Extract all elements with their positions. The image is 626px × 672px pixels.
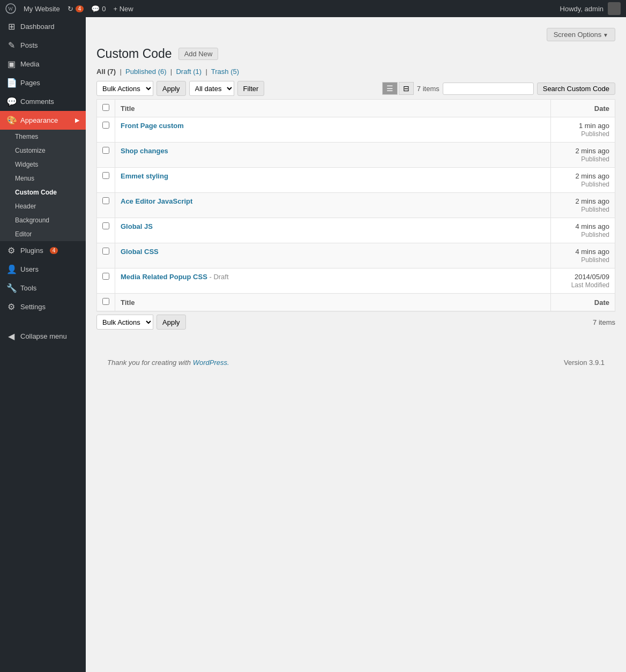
sidebar-item-settings[interactable]: ⚙ Settings (0, 297, 86, 316)
sidebar-item-comments[interactable]: 💬 Comments (0, 92, 86, 111)
post-title-link[interactable]: Shop changes (121, 147, 168, 155)
page-header: Custom Code Add New (96, 47, 615, 61)
dates-select[interactable]: All dates (189, 81, 234, 96)
sidebar-item-dashboard[interactable]: ⊞ Dashboard (0, 17, 86, 36)
subnav-background[interactable]: Background (0, 213, 86, 227)
subnav-customize[interactable]: Customize (0, 144, 86, 158)
sidebar-item-pages[interactable]: 📄 Pages (0, 73, 86, 92)
footer-version: Version 3.9.1 (564, 359, 605, 367)
filter-all[interactable]: All (7) (96, 68, 118, 76)
search-input[interactable] (443, 83, 534, 95)
date-sub: Published (581, 256, 609, 264)
search-button[interactable]: Search Custom Code (537, 83, 615, 95)
table-row: Global CSS 4 mins ago Published (97, 243, 615, 268)
custom-code-table: Title Date Front Page custom 1 min ago P… (96, 99, 615, 311)
date-main: 4 mins ago (575, 222, 609, 230)
wordpress-link[interactable]: WordPress. (193, 359, 229, 367)
select-all-checkbox[interactable] (102, 104, 109, 111)
table-row: Front Page custom 1 min ago Published (97, 117, 615, 143)
bulk-actions-select-top[interactable]: Bulk Actions (96, 81, 153, 96)
sidebar: ⊞ Dashboard ✎ Posts ▣ Media 📄 Pages 💬 Co… (0, 17, 86, 672)
posts-icon: ✎ (6, 40, 16, 50)
post-title-link[interactable]: Global JS (121, 222, 153, 230)
admin-avatar[interactable] (608, 2, 621, 15)
view-toggle: ☰ ⊟ (382, 82, 414, 95)
row-checkbox[interactable] (102, 248, 109, 255)
subnav-widgets[interactable]: Widgets (0, 158, 86, 171)
items-count-top: 7 items (417, 85, 439, 93)
sidebar-item-collapse[interactable]: ◀ Collapse menu (0, 327, 86, 346)
row-date-cell: 2 mins ago Published (551, 193, 615, 218)
select-all-checkbox-bottom[interactable] (102, 298, 109, 305)
sidebar-item-users[interactable]: 👤 Users (0, 260, 86, 279)
bulk-actions-select-bottom[interactable]: Bulk Actions (96, 315, 153, 330)
date-sub: Published (581, 130, 609, 138)
date-main: 2 mins ago (575, 172, 609, 180)
filter-button[interactable]: Filter (237, 81, 265, 96)
date-sub: Published (581, 231, 609, 238)
subnav-editor[interactable]: Editor (0, 227, 86, 241)
filter-draft[interactable]: Draft (1) (176, 68, 203, 76)
row-title-cell: Shop changes (115, 143, 551, 168)
sidebar-item-tools[interactable]: 🔧 Tools (0, 279, 86, 297)
tools-icon: 🔧 (6, 283, 16, 293)
screen-options-bar: Screen Options (96, 28, 615, 41)
sidebar-item-label: Settings (20, 303, 46, 311)
subnav-menus[interactable]: Menus (0, 171, 86, 185)
sidebar-item-label: Media (20, 60, 39, 68)
subnav-custom-code[interactable]: Custom Code (0, 185, 86, 199)
row-checkbox[interactable] (102, 122, 109, 129)
svg-text:W: W (8, 6, 13, 12)
date-main: 2 mins ago (575, 147, 609, 155)
row-checkbox[interactable] (102, 197, 109, 204)
page-title: Custom Code (96, 47, 172, 61)
row-checkbox[interactable] (102, 147, 109, 154)
post-title-link[interactable]: Emmet styling (121, 172, 168, 180)
add-new-button[interactable]: Add New (178, 48, 219, 60)
table-row: Shop changes 2 mins ago Published (97, 143, 615, 168)
date-column-header[interactable]: Date (551, 100, 615, 117)
sidebar-item-appearance[interactable]: 🎨 Appearance ▶ (0, 111, 86, 130)
new-content-link[interactable]: + New (113, 5, 133, 13)
subnav-themes[interactable]: Themes (0, 130, 86, 144)
row-title-cell: Front Page custom (115, 117, 551, 143)
apply-button-top[interactable]: Apply (156, 81, 186, 96)
screen-options-button[interactable]: Screen Options (547, 28, 615, 41)
row-checkbox[interactable] (102, 273, 109, 280)
updates-link[interactable]: ↻ 4 (68, 5, 84, 13)
post-title-link[interactable]: Ace Editor JavaScript (121, 197, 192, 205)
sidebar-item-label: Dashboard (20, 23, 55, 31)
plugins-icon: ⚙ (6, 245, 16, 256)
post-title-link[interactable]: Media Related Popup CSS (121, 273, 207, 281)
excerpt-view-button[interactable]: ⊟ (399, 82, 414, 95)
row-checkbox[interactable] (102, 222, 109, 229)
row-checkbox[interactable] (102, 172, 109, 179)
users-icon: 👤 (6, 264, 16, 274)
apply-button-bottom[interactable]: Apply (156, 315, 186, 330)
wp-logo-link[interactable]: W (5, 3, 16, 14)
sidebar-item-label: Posts (20, 41, 38, 49)
post-title-link[interactable]: Front Page custom (121, 122, 184, 130)
title-column-header[interactable]: Title (115, 100, 551, 117)
sidebar-item-posts[interactable]: ✎ Posts (0, 36, 86, 55)
admin-bar: W My Website ↻ 4 💬 0 + New Howdy, admin (0, 0, 626, 17)
date-column-footer: Date (551, 294, 615, 311)
top-toolbar: Bulk Actions Apply All dates Filter ☰ ⊟ … (96, 81, 615, 96)
date-main: 4 mins ago (575, 248, 609, 256)
sidebar-item-label: Pages (20, 79, 40, 87)
row-date-cell: 4 mins ago Published (551, 218, 615, 243)
date-sub: Published (581, 181, 609, 188)
filter-published[interactable]: Published (6) (125, 68, 168, 76)
filter-trash[interactable]: Trash (5) (211, 68, 239, 76)
list-view-button[interactable]: ☰ (382, 82, 398, 95)
sidebar-item-media[interactable]: ▣ Media (0, 55, 86, 73)
row-title-cell: Global CSS (115, 243, 551, 268)
comments-link[interactable]: 💬 0 (91, 5, 106, 13)
howdy-admin[interactable]: Howdy, admin (560, 5, 603, 13)
table-row: Global JS 4 mins ago Published (97, 218, 615, 243)
subnav-header[interactable]: Header (0, 199, 86, 213)
bottom-toolbar: Bulk Actions Apply 7 items (96, 315, 615, 330)
post-title-link[interactable]: Global CSS (121, 248, 159, 256)
site-name[interactable]: My Website (24, 5, 60, 13)
sidebar-item-plugins[interactable]: ⚙ Plugins 4 (0, 241, 86, 260)
